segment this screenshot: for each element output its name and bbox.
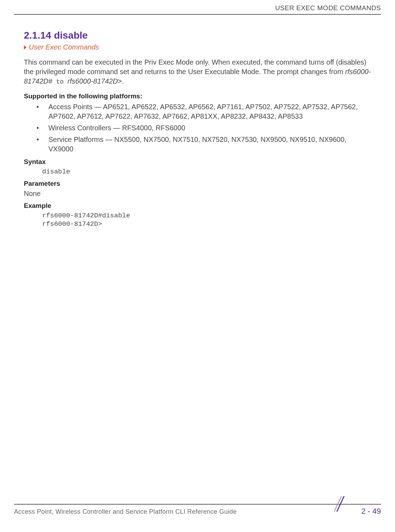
list-item: Wireless Controllers — RFS4000, RFS6000 <box>24 123 371 133</box>
intro-prompt-after: rfs6000-81742D <box>67 77 118 85</box>
page-header-title: USER EXEC MODE COMMANDS <box>275 4 381 12</box>
list-item: Service Platforms — NX5500, NX7500, NX75… <box>24 135 371 154</box>
page-container: USER EXEC MODE COMMANDS 2.1.14 disable U… <box>0 0 395 532</box>
arrow-right-icon <box>24 45 27 50</box>
breadcrumb-label: User Exec Commands <box>29 43 99 51</box>
breadcrumb[interactable]: User Exec Commands <box>24 43 371 51</box>
footer-slash-icon <box>334 496 348 512</box>
parameters-value: None <box>24 190 371 198</box>
example-code: rfs6000-81742D#disable rfs6000-81742D> <box>42 212 371 229</box>
section-heading: 2.1.14 disable <box>24 30 371 41</box>
supported-platforms-heading: Supported in the following platforms: <box>24 92 371 100</box>
content-area: 2.1.14 disable User Exec Commands This c… <box>24 30 371 232</box>
syntax-heading: Syntax <box>24 158 371 166</box>
footer-page-number: 2 - 49 <box>361 507 381 516</box>
intro-paragraph: This command can be executed in the Priv… <box>24 58 371 86</box>
intro-text-1: This command can be executed in the Priv… <box>24 58 366 75</box>
parameters-heading: Parameters <box>24 180 371 188</box>
footer-doc-title: Access Point, Wireless Controller and Se… <box>14 508 236 515</box>
list-item: Access Points — AP6521, AP6522, AP6532, … <box>24 102 371 121</box>
page-footer: Access Point, Wireless Controller and Se… <box>14 504 381 525</box>
platforms-list: Access Points — AP6521, AP6522, AP6532, … <box>24 102 371 154</box>
example-heading: Example <box>24 202 371 210</box>
intro-text-2: >. <box>118 77 124 85</box>
syntax-code: disable <box>42 168 371 176</box>
header-rule <box>14 14 381 15</box>
footer-rule <box>14 504 381 505</box>
intro-to: to <box>52 78 67 85</box>
